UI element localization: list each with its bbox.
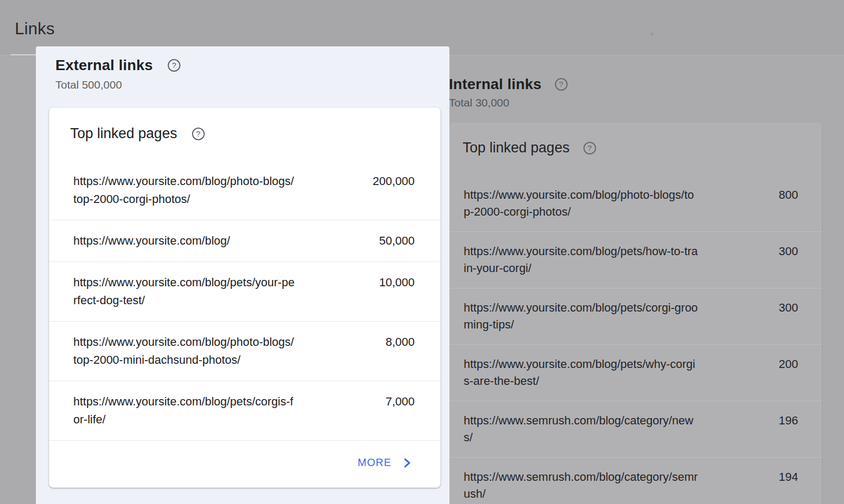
external-links-section-header: External links ? (55, 57, 180, 74)
external-links-title: External links (55, 57, 153, 74)
page-url[interactable]: https://www.semrush.com/blog/category/se… (464, 469, 699, 502)
help-icon[interactable]: ? (192, 128, 205, 140)
help-icon[interactable]: ? (168, 59, 180, 72)
link-count: 10,000 (295, 274, 415, 292)
page-url[interactable]: https://www.yoursite.com/blog/pets/corgi… (464, 299, 699, 333)
card-heading: Top linked pages (70, 125, 177, 142)
page-url[interactable]: https://www.yoursite.com/blog/photo-blog… (464, 187, 699, 220)
linked-page-row: https://www.yoursite.com/blog/photo-blog… (449, 176, 822, 231)
chevron-right-icon (403, 458, 411, 468)
dimmed-dot-icon (650, 33, 654, 36)
page-url[interactable]: https://www.yoursite.com/blog/pets/corgi… (73, 393, 295, 429)
page-url[interactable]: https://www.yoursite.com/blog/ (73, 232, 295, 250)
page-url[interactable]: https://www.yoursite.com/blog/pets/why-c… (464, 356, 699, 390)
page-title: Links (15, 19, 55, 38)
link-count: 196 (699, 412, 798, 429)
link-count: 300 (699, 243, 798, 260)
internal-linked-pages-list: https://www.yoursite.com/blog/photo-blog… (449, 176, 822, 504)
page-url[interactable]: https://www.yoursite.com/blog/pets/your-… (73, 274, 295, 309)
page-url[interactable]: https://www.semrush.com/blog/category/ne… (464, 412, 699, 446)
link-count: 194 (699, 469, 798, 486)
page-url[interactable]: https://www.yoursite.com/blog/photo-blog… (73, 172, 295, 208)
internal-links-section-header: Internal links ? (449, 76, 568, 93)
page-url[interactable]: https://www.yoursite.com/blog/pets/how-t… (464, 243, 699, 277)
internal-top-linked-pages-card: Top linked pages ? https://www.yoursite.… (449, 122, 822, 504)
link-count: 8,000 (295, 333, 415, 351)
page-url[interactable]: https://www.yoursite.com/blog/photo-blog… (73, 333, 295, 369)
card-heading-row: Top linked pages ? (49, 108, 440, 161)
link-count: 200 (699, 356, 798, 373)
linked-page-row: https://www.semrush.com/blog/category/se… (449, 457, 822, 504)
header-divider (11, 54, 36, 55)
links-page: { "page": { "title": "Links" }, "colors"… (0, 0, 844, 504)
link-count: 7,000 (295, 393, 415, 411)
linked-page-row: https://www.yoursite.com/blog/pets/your-… (49, 261, 440, 321)
linked-page-row: https://www.yoursite.com/blog/ 50,000 (49, 220, 440, 261)
linked-page-row: https://www.yoursite.com/blog/photo-blog… (49, 161, 440, 220)
internal-links-title: Internal links (449, 76, 542, 93)
help-icon[interactable]: ? (583, 142, 596, 154)
linked-page-row: https://www.yoursite.com/blog/pets/how-t… (449, 231, 822, 288)
link-count: 50,000 (295, 232, 415, 250)
internal-links-total: Total 30,000 (449, 96, 509, 109)
linked-page-row: https://www.yoursite.com/blog/pets/corgi… (49, 381, 440, 440)
external-links-total: Total 500,000 (55, 79, 122, 91)
more-link-label: MORE (358, 457, 391, 469)
linked-page-row: https://www.yoursite.com/blog/pets/why-c… (449, 344, 822, 401)
link-count: 800 (699, 187, 798, 203)
help-icon[interactable]: ? (555, 78, 568, 91)
linked-page-row: https://www.yoursite.com/blog/pets/corgi… (449, 288, 822, 344)
more-link[interactable]: MORE (358, 457, 411, 469)
link-count: 200,000 (295, 172, 415, 190)
link-count: 300 (699, 299, 798, 316)
linked-page-row: https://www.semrush.com/blog/category/ne… (449, 401, 822, 457)
linked-page-row: https://www.yoursite.com/blog/photo-blog… (49, 321, 440, 381)
external-top-linked-pages-card: Top linked pages ? https://www.yoursite.… (49, 108, 440, 488)
card-heading-row: Top linked pages ? (449, 122, 822, 176)
external-linked-pages-list: https://www.yoursite.com/blog/photo-blog… (49, 161, 440, 440)
card-heading: Top linked pages (463, 140, 570, 156)
card-footer: MORE (49, 440, 440, 488)
